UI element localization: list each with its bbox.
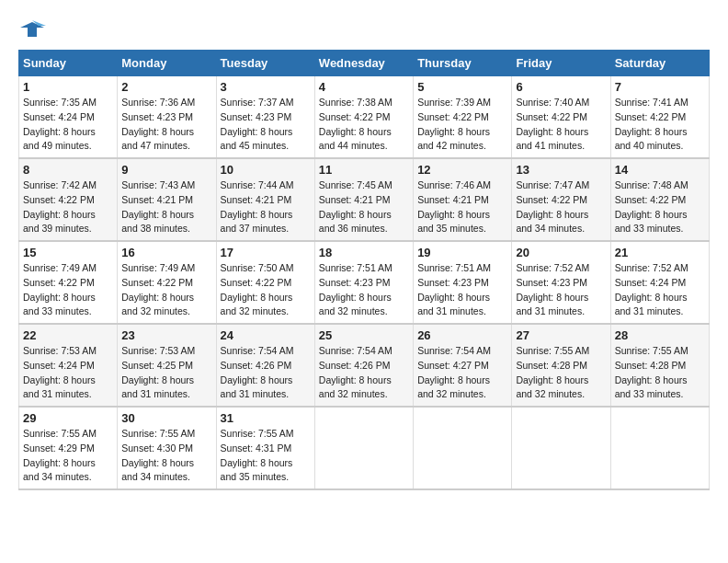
calendar-cell: 9Sunrise: 7:43 AMSunset: 4:21 PMDaylight… bbox=[118, 158, 216, 241]
calendar-cell: 14Sunrise: 7:48 AMSunset: 4:22 PMDayligh… bbox=[610, 158, 709, 241]
calendar-cell bbox=[610, 407, 709, 489]
day-info: Sunrise: 7:54 AMSunset: 4:27 PMDaylight:… bbox=[417, 344, 507, 402]
column-header-friday: Friday bbox=[512, 51, 610, 76]
calendar-cell: 27Sunrise: 7:55 AMSunset: 4:28 PMDayligh… bbox=[512, 324, 610, 407]
calendar-cell: 31Sunrise: 7:55 AMSunset: 4:31 PMDayligh… bbox=[216, 407, 314, 489]
day-number: 7 bbox=[615, 80, 705, 94]
day-info: Sunrise: 7:45 AMSunset: 4:21 PMDaylight:… bbox=[319, 178, 409, 236]
day-number: 8 bbox=[23, 163, 113, 177]
day-number: 11 bbox=[319, 163, 409, 177]
day-number: 23 bbox=[121, 328, 211, 342]
day-info: Sunrise: 7:40 AMSunset: 4:22 PMDaylight:… bbox=[516, 96, 606, 154]
calendar-table: SundayMondayTuesdayWednesdayThursdayFrid… bbox=[18, 50, 710, 490]
calendar-cell: 6Sunrise: 7:40 AMSunset: 4:22 PMDaylight… bbox=[512, 76, 610, 159]
calendar-cell: 28Sunrise: 7:55 AMSunset: 4:28 PMDayligh… bbox=[610, 324, 709, 407]
day-number: 28 bbox=[615, 328, 705, 342]
calendar-cell: 19Sunrise: 7:51 AMSunset: 4:23 PMDayligh… bbox=[414, 241, 512, 324]
calendar-cell: 24Sunrise: 7:54 AMSunset: 4:26 PMDayligh… bbox=[216, 324, 314, 407]
calendar-cell: 12Sunrise: 7:46 AMSunset: 4:21 PMDayligh… bbox=[414, 158, 512, 241]
calendar-cell: 10Sunrise: 7:44 AMSunset: 4:21 PMDayligh… bbox=[216, 158, 314, 241]
calendar-cell: 4Sunrise: 7:38 AMSunset: 4:22 PMDaylight… bbox=[314, 76, 413, 159]
column-header-saturday: Saturday bbox=[610, 51, 709, 76]
calendar-cell bbox=[414, 407, 512, 489]
logo-icon bbox=[18, 18, 46, 40]
day-number: 19 bbox=[417, 246, 507, 259]
week-row-5: 29Sunrise: 7:55 AMSunset: 4:29 PMDayligh… bbox=[19, 407, 710, 489]
calendar-cell: 20Sunrise: 7:52 AMSunset: 4:23 PMDayligh… bbox=[512, 241, 610, 324]
day-number: 18 bbox=[319, 246, 409, 259]
calendar-cell: 30Sunrise: 7:55 AMSunset: 4:30 PMDayligh… bbox=[118, 407, 216, 489]
day-number: 31 bbox=[221, 411, 311, 425]
day-number: 24 bbox=[221, 328, 311, 342]
day-number: 14 bbox=[615, 163, 705, 177]
day-info: Sunrise: 7:37 AMSunset: 4:23 PMDaylight:… bbox=[221, 96, 311, 154]
day-number: 27 bbox=[516, 328, 606, 342]
day-info: Sunrise: 7:46 AMSunset: 4:21 PMDaylight:… bbox=[417, 178, 507, 236]
calendar-cell: 23Sunrise: 7:53 AMSunset: 4:25 PMDayligh… bbox=[118, 324, 216, 407]
calendar-cell: 7Sunrise: 7:41 AMSunset: 4:22 PMDaylight… bbox=[610, 76, 709, 159]
calendar-cell bbox=[512, 407, 610, 489]
day-number: 26 bbox=[417, 328, 507, 342]
day-number: 1 bbox=[23, 80, 113, 94]
column-header-monday: Monday bbox=[118, 51, 216, 76]
day-info: Sunrise: 7:49 AMSunset: 4:22 PMDaylight:… bbox=[23, 261, 113, 319]
day-number: 2 bbox=[121, 80, 211, 94]
day-number: 21 bbox=[615, 246, 705, 259]
day-number: 25 bbox=[319, 328, 409, 342]
day-info: Sunrise: 7:44 AMSunset: 4:21 PMDaylight:… bbox=[221, 178, 311, 236]
calendar-cell: 13Sunrise: 7:47 AMSunset: 4:22 PMDayligh… bbox=[512, 158, 610, 241]
calendar-cell: 1Sunrise: 7:35 AMSunset: 4:24 PMDaylight… bbox=[19, 76, 118, 159]
calendar-cell bbox=[314, 407, 413, 489]
calendar-cell: 2Sunrise: 7:36 AMSunset: 4:23 PMDaylight… bbox=[118, 76, 216, 159]
calendar-header-row: SundayMondayTuesdayWednesdayThursdayFrid… bbox=[19, 51, 710, 76]
calendar-cell: 22Sunrise: 7:53 AMSunset: 4:24 PMDayligh… bbox=[19, 324, 118, 407]
day-number: 17 bbox=[221, 246, 311, 259]
week-row-2: 8Sunrise: 7:42 AMSunset: 4:22 PMDaylight… bbox=[19, 158, 710, 241]
day-info: Sunrise: 7:42 AMSunset: 4:22 PMDaylight:… bbox=[23, 178, 113, 236]
day-info: Sunrise: 7:55 AMSunset: 4:31 PMDaylight:… bbox=[221, 427, 311, 485]
day-info: Sunrise: 7:39 AMSunset: 4:22 PMDaylight:… bbox=[417, 96, 507, 154]
day-info: Sunrise: 7:38 AMSunset: 4:22 PMDaylight:… bbox=[319, 96, 409, 154]
day-info: Sunrise: 7:35 AMSunset: 4:24 PMDaylight:… bbox=[23, 96, 113, 154]
calendar-cell: 17Sunrise: 7:50 AMSunset: 4:22 PMDayligh… bbox=[216, 241, 314, 324]
day-info: Sunrise: 7:47 AMSunset: 4:22 PMDaylight:… bbox=[516, 178, 606, 236]
calendar-cell: 29Sunrise: 7:55 AMSunset: 4:29 PMDayligh… bbox=[19, 407, 118, 489]
day-info: Sunrise: 7:50 AMSunset: 4:22 PMDaylight:… bbox=[221, 261, 311, 319]
day-number: 6 bbox=[516, 80, 606, 94]
calendar-cell: 8Sunrise: 7:42 AMSunset: 4:22 PMDaylight… bbox=[19, 158, 118, 241]
column-header-wednesday: Wednesday bbox=[314, 51, 413, 76]
day-number: 29 bbox=[23, 411, 113, 425]
calendar-cell: 11Sunrise: 7:45 AMSunset: 4:21 PMDayligh… bbox=[314, 158, 413, 241]
day-number: 5 bbox=[417, 80, 507, 94]
day-info: Sunrise: 7:51 AMSunset: 4:23 PMDaylight:… bbox=[319, 261, 409, 319]
day-number: 20 bbox=[516, 246, 606, 259]
day-info: Sunrise: 7:55 AMSunset: 4:29 PMDaylight:… bbox=[23, 427, 113, 485]
column-header-sunday: Sunday bbox=[19, 51, 118, 76]
day-number: 10 bbox=[221, 163, 311, 177]
day-info: Sunrise: 7:54 AMSunset: 4:26 PMDaylight:… bbox=[319, 344, 409, 402]
column-header-tuesday: Tuesday bbox=[216, 51, 314, 76]
calendar-cell: 26Sunrise: 7:54 AMSunset: 4:27 PMDayligh… bbox=[414, 324, 512, 407]
day-number: 15 bbox=[23, 246, 113, 259]
day-number: 9 bbox=[121, 163, 211, 177]
week-row-3: 15Sunrise: 7:49 AMSunset: 4:22 PMDayligh… bbox=[19, 241, 710, 324]
week-row-4: 22Sunrise: 7:53 AMSunset: 4:24 PMDayligh… bbox=[19, 324, 710, 407]
column-header-thursday: Thursday bbox=[414, 51, 512, 76]
day-info: Sunrise: 7:53 AMSunset: 4:24 PMDaylight:… bbox=[23, 344, 113, 402]
calendar-cell: 5Sunrise: 7:39 AMSunset: 4:22 PMDaylight… bbox=[414, 76, 512, 159]
day-info: Sunrise: 7:52 AMSunset: 4:24 PMDaylight:… bbox=[615, 261, 705, 319]
day-info: Sunrise: 7:52 AMSunset: 4:23 PMDaylight:… bbox=[516, 261, 606, 319]
day-info: Sunrise: 7:51 AMSunset: 4:23 PMDaylight:… bbox=[417, 261, 507, 319]
day-info: Sunrise: 7:49 AMSunset: 4:22 PMDaylight:… bbox=[121, 261, 211, 319]
page-header bbox=[18, 18, 710, 40]
day-info: Sunrise: 7:43 AMSunset: 4:21 PMDaylight:… bbox=[121, 178, 211, 236]
calendar-cell: 21Sunrise: 7:52 AMSunset: 4:24 PMDayligh… bbox=[610, 241, 709, 324]
day-info: Sunrise: 7:55 AMSunset: 4:28 PMDaylight:… bbox=[615, 344, 705, 402]
day-number: 22 bbox=[23, 328, 113, 342]
logo bbox=[18, 18, 50, 40]
day-info: Sunrise: 7:53 AMSunset: 4:25 PMDaylight:… bbox=[121, 344, 211, 402]
day-number: 30 bbox=[121, 411, 211, 425]
day-number: 16 bbox=[121, 246, 211, 259]
calendar-cell: 15Sunrise: 7:49 AMSunset: 4:22 PMDayligh… bbox=[19, 241, 118, 324]
calendar-cell: 16Sunrise: 7:49 AMSunset: 4:22 PMDayligh… bbox=[118, 241, 216, 324]
